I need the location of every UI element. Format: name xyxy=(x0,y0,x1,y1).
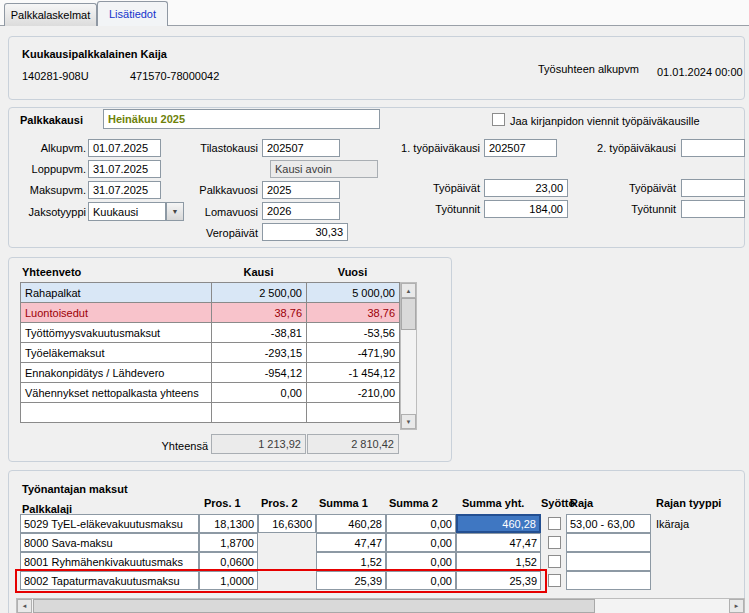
summary-kausi-cell xyxy=(212,403,307,423)
pros1-cell[interactable]: 1,0000 xyxy=(199,571,258,590)
tyopaivakausi1-input[interactable]: 202507 xyxy=(484,139,557,157)
palkkalaji-cell[interactable]: 5029 TyEL-eläkevakuutusmaksu xyxy=(20,514,199,533)
scroll-down-button[interactable]: ▼ xyxy=(401,414,416,429)
period-name-input[interactable]: Heinäkuu 2025 xyxy=(103,109,380,129)
summa-yht-cell-selected[interactable]: 460,28 xyxy=(456,514,541,533)
tyopaivat1-input[interactable]: 23,00 xyxy=(484,179,568,197)
summary-table: Rahapalkat 2 500,00 5 000,00 Luontoisedu… xyxy=(20,282,400,423)
summary-total-kausi: 1 213,92 xyxy=(211,434,306,454)
summary-col-vuosi: Vuosi xyxy=(306,266,399,279)
palkkalaji-cell[interactable]: 8001 Ryhmähenkivakuutusmaks xyxy=(20,552,199,571)
pros1-cell[interactable]: 0,0600 xyxy=(199,552,258,571)
scroll-right-button[interactable]: ► xyxy=(729,599,744,613)
palkkavuosi-input[interactable]: 2025 xyxy=(262,181,340,199)
raja-cell[interactable]: 53,00 - 63,00 xyxy=(566,514,651,533)
scroll-up-icon: ▲ xyxy=(406,288,412,294)
summary-row: Ennakonpidätys / Lähdevero -954,12 -1 45… xyxy=(21,363,400,383)
tyopaivakausi2-label: 2. työpäiväkausi xyxy=(586,142,676,155)
summa2-cell[interactable]: 0,00 xyxy=(386,552,456,571)
summa2-cell[interactable]: 0,00 xyxy=(386,514,456,533)
summary-kausi-cell: -954,12 xyxy=(212,363,307,383)
loppupvm-input[interactable]: 31.07.2025 xyxy=(88,160,161,178)
summary-kausi-cell: -38,81 xyxy=(212,323,307,343)
alkupvm-label: Alkupvm. xyxy=(14,142,86,155)
scroll-left-icon: ◄ xyxy=(22,603,28,609)
tab-lisatiedot[interactable]: Lisätiedot xyxy=(97,1,168,26)
col-header-pros1: Pros. 1 xyxy=(204,497,241,510)
summary-title: Yhteenveto xyxy=(22,266,81,279)
syotto-checkbox[interactable] xyxy=(548,517,561,530)
scrollbar-thumb[interactable] xyxy=(401,298,416,330)
pros2-cell[interactable]: 16,6300 xyxy=(258,514,316,533)
raja-cell[interactable] xyxy=(566,533,651,552)
summa2-cell[interactable]: 0,00 xyxy=(386,571,456,590)
summary-total-vuosi: 2 810,42 xyxy=(307,434,399,454)
syotto-checkbox[interactable] xyxy=(548,536,561,549)
palkkalaji-cell[interactable]: 8002 Tapaturmavakuutusmaksu xyxy=(20,571,199,590)
alkupvm-input[interactable]: 01.07.2025 xyxy=(88,139,161,157)
scroll-up-button[interactable]: ▲ xyxy=(401,283,416,298)
summa1-cell[interactable]: 1,52 xyxy=(316,552,386,571)
summary-row-label: Ennakonpidätys / Lähdevero xyxy=(21,363,212,383)
summary-vuosi-cell: -210,00 xyxy=(307,383,400,403)
kausi-status-field: Kausi avoin xyxy=(270,160,378,178)
raja-cell[interactable] xyxy=(566,552,651,571)
pros1-cell[interactable]: 1,8700 xyxy=(199,533,258,552)
pay-period-title: Palkkakausi xyxy=(20,114,83,127)
tyotunnit1-input[interactable]: 184,00 xyxy=(484,200,568,218)
scrollbar-thumb[interactable] xyxy=(33,599,595,613)
veropaivat-input[interactable]: 30,33 xyxy=(262,223,348,241)
summary-vuosi-cell: -53,56 xyxy=(307,323,400,343)
summa1-cell[interactable]: 460,28 xyxy=(316,514,386,533)
summary-vuosi-cell xyxy=(307,403,400,423)
summa1-cell[interactable]: 25,39 xyxy=(316,571,386,590)
tilastokausi-input[interactable]: 202507 xyxy=(262,139,340,157)
split-entries-checkbox[interactable] xyxy=(492,113,505,126)
summary-vuosi-cell: -471,90 xyxy=(307,343,400,363)
summary-row-label: Luontoisedut xyxy=(21,303,212,323)
jaksotyyppi-select[interactable]: Kuukausi xyxy=(88,202,166,221)
palkkalaji-cell[interactable]: 8000 Sava-maksu xyxy=(20,533,199,552)
tyopaivat2-input[interactable] xyxy=(681,179,745,197)
tyotunnit2-label: Työtunnit xyxy=(586,203,676,216)
summa-yht-cell[interactable]: 25,39 xyxy=(456,571,541,590)
summary-row-label: Vähennykset nettopalkasta yhteens xyxy=(21,383,212,403)
summa2-cell[interactable]: 0,00 xyxy=(386,533,456,552)
jaksotyyppi-label: Jaksotyyppi xyxy=(14,206,86,219)
employment-start-value: 01.01.2024 00:00 xyxy=(657,66,743,79)
syotto-checkbox[interactable] xyxy=(548,574,561,587)
summa-yht-cell[interactable]: 47,47 xyxy=(456,533,541,552)
summary-vertical-scrollbar[interactable]: ▲ ▼ xyxy=(400,282,417,430)
scroll-left-button[interactable]: ◄ xyxy=(17,599,32,613)
summary-col-kausi: Kausi xyxy=(211,266,306,279)
scroll-right-icon: ► xyxy=(734,603,740,609)
pros1-cell[interactable]: 18,1300 xyxy=(199,514,258,533)
tab-palkkalaskelmat[interactable]: Palkkalaskelmat xyxy=(4,3,97,26)
tyopaivakausi1-label: 1. työpäiväkausi xyxy=(385,142,480,155)
tyotunnit2-input[interactable] xyxy=(681,200,745,218)
summa1-cell[interactable]: 47,47 xyxy=(316,533,386,552)
tilastokausi-label: Tilastokausi xyxy=(168,142,258,155)
lomavuosi-label: Lomavuosi xyxy=(168,206,258,219)
loppupvm-label: Loppupvm. xyxy=(14,163,86,176)
summary-row: Rahapalkat 2 500,00 5 000,00 xyxy=(21,283,400,303)
tyopaivat1-label: Työpäivät xyxy=(385,182,480,195)
employee-name: Kuukausipalkkalainen Kaija xyxy=(22,48,167,61)
summary-row: Työeläkemaksut -293,15 -471,90 xyxy=(21,343,400,363)
maksupvm-input[interactable]: 31.07.2025 xyxy=(88,181,161,199)
tyotunnit1-label: Työtunnit xyxy=(385,203,480,216)
summary-vuosi-cell: 5 000,00 xyxy=(307,283,400,303)
summary-row xyxy=(21,403,400,423)
syotto-checkbox[interactable] xyxy=(548,555,561,568)
employer-horizontal-scrollbar[interactable]: ◄ ► xyxy=(16,598,745,613)
summary-kausi-cell: 38,76 xyxy=(212,303,307,323)
summary-row-label: Työeläkemaksut xyxy=(21,343,212,363)
split-entries-label: Jaa kirjanpidon viennit työpäiväkausille xyxy=(510,115,700,128)
lomavuosi-input[interactable]: 2026 xyxy=(262,202,340,220)
raja-cell[interactable] xyxy=(566,571,651,590)
summa-yht-cell[interactable]: 1,52 xyxy=(456,552,541,571)
employer-payments-title: Työnantajan maksut xyxy=(22,483,128,496)
tyopaivakausi2-input[interactable] xyxy=(681,139,745,157)
summary-vuosi-cell: 38,76 xyxy=(307,303,400,323)
col-header-summa2: Summa 2 xyxy=(389,497,438,510)
